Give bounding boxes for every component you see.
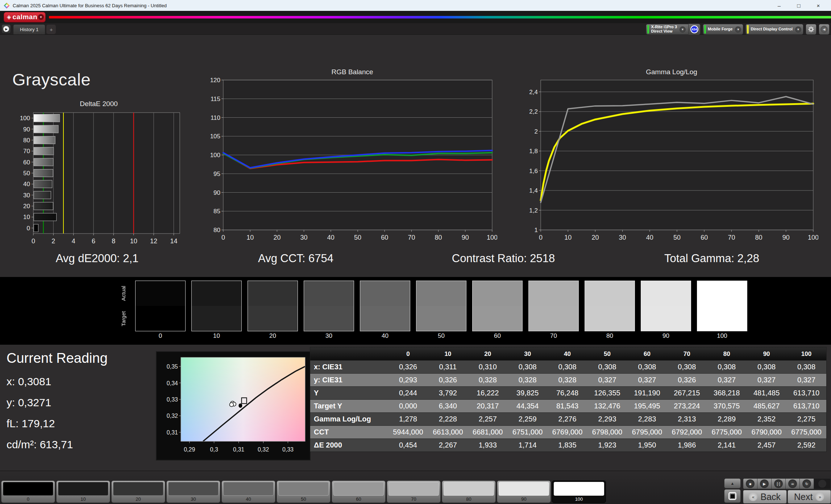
refresh-button[interactable]: ↻ [800, 479, 814, 489]
stat-avg-de2000: Avg dE2000: 2,1 [56, 252, 139, 265]
table-cell: 3,792 [428, 389, 468, 397]
table-cell: 195,495 [627, 402, 667, 410]
cie-chart-plot: 0,310,320,330,340,350,290,30,310,320,33 [158, 354, 308, 458]
svg-text:70: 70 [728, 234, 735, 241]
swatch-level-label: 30 [304, 332, 354, 340]
back-button[interactable]: « Back [743, 490, 787, 504]
patch-button-60[interactable]: 60 [332, 480, 386, 503]
table-cell: 6751,000 [508, 428, 548, 436]
play-button[interactable]: ▶ [757, 479, 772, 489]
table-cell: 613,710 [786, 389, 826, 397]
display-status-bar [747, 25, 749, 34]
record-indicator [814, 479, 831, 489]
svg-text:80: 80 [213, 227, 220, 234]
table-cell: 0,328 [468, 376, 508, 384]
actual-swatch-0 [136, 281, 185, 306]
svg-text:0,31: 0,31 [233, 446, 244, 453]
svg-text:10: 10 [23, 214, 30, 220]
grayscale-swatch-50: 50 [416, 281, 466, 340]
meter-status-bar [647, 25, 649, 34]
svg-text:100: 100 [210, 152, 220, 159]
rgb-balance-chart: RGB Balance 8085909510010511011512001020… [207, 68, 497, 252]
pattern-window-icon [728, 492, 736, 500]
patch-button-0[interactable]: 0 [1, 480, 55, 503]
svg-text:0,32: 0,32 [258, 446, 269, 453]
patch-button-80[interactable]: 80 [442, 480, 496, 503]
maximize-icon[interactable]: □ [789, 3, 809, 9]
page-title: Grayscale [12, 70, 91, 89]
table-cell: 1,835 [548, 441, 587, 449]
table-cell: 267,215 [667, 389, 707, 397]
patch-button-40[interactable]: 40 [221, 480, 275, 503]
deltae-chart-title: DeltaE 2000 [14, 100, 183, 108]
grayscale-workspace: Grayscale DeltaE 2000 024681012140102030… [0, 35, 831, 277]
svg-text:70: 70 [23, 148, 30, 155]
rgb-balance-chart-plot: 8085909510010511011512001020304050607080… [207, 77, 497, 251]
calman-menu-button[interactable]: ◈ calman ▼ [4, 12, 46, 22]
table-cell: 0,311 [428, 363, 468, 371]
svg-text:1,6: 1,6 [529, 168, 538, 175]
table-cell: 0,308 [786, 363, 826, 371]
raise-pattern-window-button[interactable]: ▲ [724, 478, 741, 488]
table-cell: 39,825 [508, 389, 548, 397]
stop-button[interactable]: ■ [743, 479, 757, 489]
table-column-header: 70 [667, 350, 707, 358]
table-cell: 0,326 [388, 363, 428, 371]
table-cell: 0,308 [707, 363, 747, 371]
table-row-5: CCT5944,0006613,0006681,0006751,0006769,… [310, 425, 826, 438]
meter-bar: X-Rite i1Pro 3Direct View ▼ 434 Mobile F… [646, 24, 830, 35]
table-cell: 0,327 [786, 376, 826, 384]
expand-panel-button[interactable]: ▶ [1, 24, 11, 34]
table-column-header: 90 [747, 350, 786, 358]
table-cell: 2,276 [548, 415, 587, 423]
svg-text:60: 60 [381, 234, 388, 241]
table-cell: 0,308 [548, 363, 587, 371]
measured-point [229, 403, 233, 407]
swatch-level-label: 50 [416, 332, 466, 340]
patch-button-10[interactable]: 10 [56, 480, 110, 503]
patch-button-70[interactable]: 70 [387, 480, 441, 503]
svg-text:100: 100 [20, 115, 30, 122]
svg-text:2,4: 2,4 [529, 89, 538, 96]
single-read-icon: [·] [774, 479, 783, 488]
actual-swatch-60 [473, 281, 522, 306]
table-cell: 0,308 [508, 363, 548, 371]
svg-text:40: 40 [23, 181, 30, 188]
table-cell: 2,457 [747, 441, 786, 449]
continuous-read-button[interactable]: ∞ [786, 479, 800, 489]
meter-badge-box: 434 [688, 24, 700, 35]
table-cell: 485,627 [747, 402, 786, 410]
svg-text:80: 80 [755, 234, 763, 241]
patch-button-50[interactable]: 50 [277, 480, 331, 503]
deltae-bar-20 [34, 202, 53, 210]
table-cell: 0,327 [747, 376, 786, 384]
reading-y: y: 0,3271 [7, 396, 108, 409]
single-read-button[interactable]: [·] [772, 479, 786, 489]
pattern-window-button[interactable] [724, 489, 741, 503]
next-button[interactable]: Next » [788, 490, 831, 504]
add-tab-button[interactable]: + [46, 25, 56, 34]
grayscale-swatch-20: 20 [248, 281, 298, 340]
table-column-header: 60 [627, 350, 667, 358]
settings-button[interactable] [806, 24, 817, 35]
collapse-panel-button[interactable]: ◀ [819, 24, 830, 35]
table-cell: 613,710 [786, 402, 826, 410]
minimize-icon[interactable]: – [769, 3, 789, 9]
svg-text:0,32: 0,32 [167, 413, 178, 419]
patch-label: 0 [1, 496, 55, 502]
table-column-header: 0 [388, 350, 428, 358]
tab-history-1[interactable]: History 1 [13, 24, 45, 34]
target-swatch-50 [416, 306, 466, 331]
patch-button-100[interactable]: 100 [552, 480, 606, 503]
patch-button-30[interactable]: 30 [166, 480, 220, 503]
patch-button-20[interactable]: 20 [111, 480, 165, 503]
source-dropdown[interactable]: Mobile Forge ▼ [703, 24, 743, 35]
back-label: Back [760, 492, 781, 502]
patch-button-90[interactable]: 90 [497, 480, 551, 503]
display-control-dropdown[interactable]: Direct Display Control ▼ [745, 24, 803, 35]
grayscale-swatch-100: 100 [697, 281, 747, 340]
grayscale-swatch-0: 0 [135, 281, 186, 340]
meter-dropdown[interactable]: X-Rite i1Pro 3Direct View ▼ 434 [646, 24, 701, 35]
close-icon[interactable]: × [809, 3, 828, 9]
svg-text:90: 90 [782, 234, 790, 241]
